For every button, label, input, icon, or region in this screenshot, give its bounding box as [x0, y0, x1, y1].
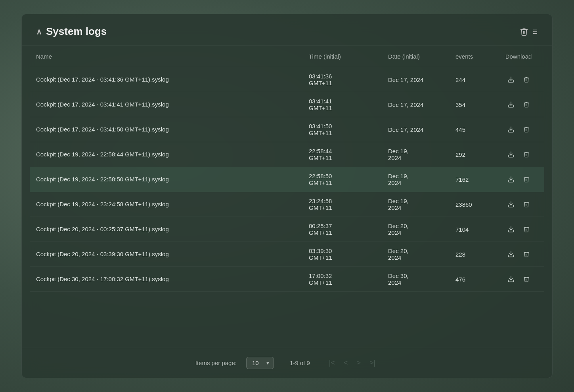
- table-header-row: Name Time (initial) Date (initial) event…: [30, 46, 544, 67]
- cell-time: 22:58:50GMT+11: [302, 167, 382, 192]
- download-button[interactable]: [506, 175, 516, 184]
- table-row: Cockpit (Dec 19, 2024 - 22:58:50 GMT+11)…: [30, 167, 544, 192]
- download-icon: [507, 126, 515, 133]
- last-page-icon: >|: [369, 359, 375, 367]
- trash-row-icon: [523, 101, 530, 108]
- cell-events: 244: [449, 67, 493, 92]
- delete-button[interactable]: [522, 150, 531, 158]
- delete-button[interactable]: [522, 126, 531, 133]
- collapse-icon[interactable]: ∧: [36, 27, 42, 36]
- cell-time: 00:25:37GMT+11: [302, 217, 382, 242]
- items-per-page-select[interactable]: 10 20 50 100: [246, 357, 274, 369]
- next-page-button[interactable]: >: [354, 357, 364, 369]
- cell-actions: [493, 192, 544, 217]
- cell-name: Cockpit (Dec 30, 2024 - 17:00:32 GMT+11)…: [30, 267, 302, 292]
- download-button[interactable]: [506, 75, 516, 84]
- cell-name: Cockpit (Dec 19, 2024 - 23:24:58 GMT+11)…: [30, 192, 302, 217]
- actions-group: [499, 275, 538, 284]
- cell-actions: [493, 142, 544, 167]
- col-header-events: events: [449, 46, 493, 67]
- cell-actions: [493, 117, 544, 142]
- cell-events: 292: [449, 142, 493, 167]
- download-button[interactable]: [506, 225, 516, 234]
- download-icon: [507, 251, 515, 258]
- cell-actions: [493, 242, 544, 267]
- cell-time: 23:24:58GMT+11: [302, 192, 382, 217]
- cell-time: 22:58:44GMT+11: [302, 142, 382, 167]
- delete-button[interactable]: [522, 250, 531, 258]
- download-icon: [507, 176, 515, 183]
- pagination-controls: |< < > >|: [326, 357, 379, 369]
- trash-row-icon: [523, 76, 530, 83]
- actions-group: [499, 250, 538, 259]
- cell-events: 7162: [449, 167, 493, 192]
- cell-name: Cockpit (Dec 17, 2024 - 03:41:41 GMT+11)…: [30, 92, 302, 117]
- table-row: Cockpit (Dec 17, 2024 - 03:41:41 GMT+11)…: [30, 92, 544, 117]
- download-icon: [507, 101, 515, 108]
- delete-button[interactable]: [522, 76, 531, 84]
- download-button[interactable]: [506, 200, 516, 209]
- trash-row-icon: [523, 276, 530, 282]
- cell-events: 7104: [449, 217, 493, 242]
- cell-date: Dec 20,2024: [382, 217, 449, 242]
- download-button[interactable]: [506, 125, 516, 134]
- panel-header: ∧ System logs: [22, 14, 552, 46]
- col-header-name: Name: [30, 46, 302, 67]
- download-button[interactable]: [506, 250, 516, 259]
- cell-name: Cockpit (Dec 20, 2024 - 03:39:30 GMT+11)…: [30, 242, 302, 267]
- download-button[interactable]: [506, 275, 516, 284]
- cell-events: 354: [449, 92, 493, 117]
- col-header-download: Download: [493, 46, 544, 67]
- actions-group: [499, 150, 538, 159]
- table-row: Cockpit (Dec 20, 2024 - 03:39:30 GMT+11)…: [30, 242, 544, 267]
- delete-button[interactable]: [522, 200, 531, 208]
- panel-title: ∧ System logs: [36, 25, 107, 38]
- delete-button[interactable]: [522, 275, 531, 283]
- cell-actions: [493, 217, 544, 242]
- cell-actions: [493, 267, 544, 292]
- prev-page-button[interactable]: <: [341, 357, 351, 369]
- download-button[interactable]: [506, 100, 516, 109]
- first-page-button[interactable]: |<: [326, 357, 338, 369]
- table-row: Cockpit (Dec 19, 2024 - 23:24:58 GMT+11)…: [30, 192, 544, 217]
- first-page-icon: |<: [329, 359, 335, 367]
- table-container: Name Time (initial) Date (initial) event…: [22, 46, 552, 348]
- table-body: Cockpit (Dec 17, 2024 - 03:41:36 GMT+11)…: [30, 67, 544, 292]
- table-row: Cockpit (Dec 17, 2024 - 03:41:50 GMT+11)…: [30, 117, 544, 142]
- cell-events: 476: [449, 267, 493, 292]
- cell-date: Dec 19,2024: [382, 192, 449, 217]
- trash-row-icon: [523, 126, 530, 133]
- cell-time: 17:00:32GMT+11: [302, 267, 382, 292]
- actions-group: [499, 100, 538, 109]
- next-page-icon: >: [357, 359, 361, 367]
- cell-time: 03:41:50GMT+11: [302, 117, 382, 142]
- delete-all-button[interactable]: [520, 27, 538, 36]
- col-header-date: Date (initial): [382, 46, 449, 67]
- trash-icon: [520, 27, 528, 36]
- cell-time: 03:39:30GMT+11: [302, 242, 382, 267]
- download-icon: [507, 226, 515, 233]
- table-row: Cockpit (Dec 30, 2024 - 17:00:32 GMT+11)…: [30, 267, 544, 292]
- trash-row-icon: [523, 176, 530, 183]
- cell-events: 228: [449, 242, 493, 267]
- delete-button[interactable]: [522, 101, 531, 108]
- prev-page-icon: <: [344, 359, 348, 367]
- cell-events: 445: [449, 117, 493, 142]
- trash-row-icon: [523, 251, 530, 257]
- download-icon: [507, 76, 515, 83]
- cell-time: 03:41:36GMT+11: [302, 67, 382, 92]
- cell-date: Dec 30,2024: [382, 267, 449, 292]
- cell-events: 23860: [449, 192, 493, 217]
- delete-button[interactable]: [522, 175, 531, 183]
- cell-name: Cockpit (Dec 17, 2024 - 03:41:36 GMT+11)…: [30, 67, 302, 92]
- logs-table: Name Time (initial) Date (initial) event…: [30, 46, 544, 292]
- cell-date: Dec 17, 2024: [382, 117, 449, 142]
- items-per-page-label: Items per page:: [195, 360, 237, 366]
- last-page-button[interactable]: >|: [366, 357, 379, 369]
- pagination-info: 1-9 of 9: [290, 360, 310, 366]
- download-button[interactable]: [506, 150, 516, 159]
- cell-date: Dec 19,2024: [382, 167, 449, 192]
- col-header-time: Time (initial): [302, 46, 382, 67]
- delete-button[interactable]: [522, 225, 531, 233]
- cell-name: Cockpit (Dec 19, 2024 - 22:58:50 GMT+11)…: [30, 167, 302, 192]
